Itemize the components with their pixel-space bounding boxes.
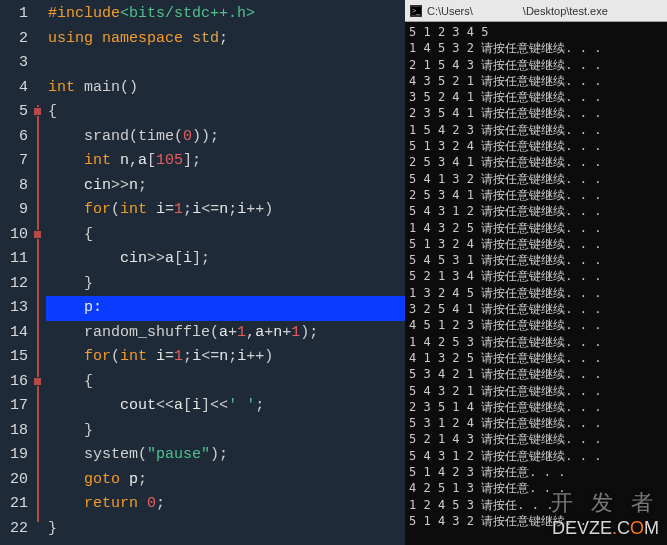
console-line: 2 1 5 4 3 请按任意键继续. . . bbox=[409, 57, 663, 73]
line-number: 17 bbox=[0, 394, 28, 419]
console-line: 5 2 1 4 3 请按任意键继续. . . bbox=[409, 431, 663, 447]
code-line[interactable]: { bbox=[46, 370, 405, 395]
console-line: 5 4 3 1 2 请按任意键继续. . . bbox=[409, 448, 663, 464]
console-line: 5 1 2 3 4 5 bbox=[409, 24, 663, 40]
console-line: 2 5 3 4 1 请按任意键继续. . . bbox=[409, 154, 663, 170]
code-line[interactable]: p: bbox=[46, 296, 405, 321]
fold-toggle[interactable] bbox=[33, 230, 42, 239]
console-line: 1 3 2 4 5 请按任意键继续. . . bbox=[409, 285, 663, 301]
line-number: 16 bbox=[0, 370, 28, 395]
console-title-suffix: \Desktop\test.exe bbox=[523, 5, 608, 17]
code-line[interactable]: cout<<a[i]<<' '; bbox=[46, 394, 405, 419]
line-number: 12 bbox=[0, 272, 28, 297]
line-number: 15 bbox=[0, 345, 28, 370]
line-number: 6 bbox=[0, 125, 28, 150]
console-line: 5 4 3 2 1 请按任意键继续. . . bbox=[409, 383, 663, 399]
code-text-area[interactable]: #include<bits/stdc++.h>using namespace s… bbox=[46, 0, 405, 545]
console-pane: >_ C:\Users\ \Desktop\test.exe 5 1 2 3 4… bbox=[405, 0, 667, 545]
console-output[interactable]: 5 1 2 3 4 51 4 5 3 2 请按任意键继续. . .2 1 5 4… bbox=[405, 22, 667, 531]
line-number: 3 bbox=[0, 51, 28, 76]
console-line: 5 1 3 2 4 请按任意键继续. . . bbox=[409, 138, 663, 154]
line-number: 19 bbox=[0, 443, 28, 468]
console-line: 4 5 1 2 3 请按任意键继续. . . bbox=[409, 317, 663, 333]
code-line[interactable]: int n,a[105]; bbox=[46, 149, 405, 174]
line-number: 14 bbox=[0, 321, 28, 346]
console-line: 1 5 4 2 3 请按任意键继续. . . bbox=[409, 122, 663, 138]
console-icon: >_ bbox=[409, 4, 423, 18]
code-editor-pane: 12345678910111213141516171819202122 #inc… bbox=[0, 0, 405, 545]
line-number: 5 bbox=[0, 100, 28, 125]
line-number: 8 bbox=[0, 174, 28, 199]
line-number: 22 bbox=[0, 517, 28, 542]
console-line: 5 4 3 1 2 请按任意键继续. . . bbox=[409, 203, 663, 219]
console-line: 5 2 1 3 4 请按任意键继续. . . bbox=[409, 268, 663, 284]
console-line: 5 1 4 3 2 请按任意键继续. . . bbox=[409, 513, 663, 529]
console-line: 2 3 5 1 4 请按任意键继续. . . bbox=[409, 399, 663, 415]
line-number: 7 bbox=[0, 149, 28, 174]
code-line[interactable]: for(int i=1;i<=n;i++) bbox=[46, 198, 405, 223]
line-number: 9 bbox=[0, 198, 28, 223]
code-line[interactable]: srand(time(0)); bbox=[46, 125, 405, 150]
console-line: 4 3 5 2 1 请按任意键继续. . . bbox=[409, 73, 663, 89]
code-line[interactable]: goto p; bbox=[46, 468, 405, 493]
code-line[interactable]: cin>>a[i]; bbox=[46, 247, 405, 272]
console-line: 4 1 3 2 5 请按任意键继续. . . bbox=[409, 350, 663, 366]
console-line: 5 3 4 2 1 请按任意键继续. . . bbox=[409, 366, 663, 382]
line-number: 1 bbox=[0, 2, 28, 27]
console-line: 1 4 2 5 3 请按任意键继续. . . bbox=[409, 334, 663, 350]
console-line: 1 4 5 3 2 请按任意键继续. . . bbox=[409, 40, 663, 56]
console-line: 5 1 4 2 3 请按任意. . . bbox=[409, 464, 663, 480]
line-number: 18 bbox=[0, 419, 28, 444]
console-titlebar[interactable]: >_ C:\Users\ \Desktop\test.exe bbox=[405, 0, 667, 22]
fold-toggle[interactable] bbox=[33, 107, 42, 116]
line-number: 4 bbox=[0, 76, 28, 101]
code-line[interactable]: return 0; bbox=[46, 492, 405, 517]
console-line: 3 2 5 4 1 请按任意键继续. . . bbox=[409, 301, 663, 317]
line-number: 13 bbox=[0, 296, 28, 321]
line-number: 11 bbox=[0, 247, 28, 272]
line-number: 10 bbox=[0, 223, 28, 248]
code-line[interactable]: system("pause"); bbox=[46, 443, 405, 468]
code-line[interactable]: } bbox=[46, 419, 405, 444]
line-number: 20 bbox=[0, 468, 28, 493]
fold-margin[interactable] bbox=[32, 0, 46, 545]
code-line[interactable] bbox=[46, 51, 405, 76]
console-line: 3 5 2 4 1 请按任意键继续. . . bbox=[409, 89, 663, 105]
console-line: 1 4 3 2 5 请按任意键继续. . . bbox=[409, 220, 663, 236]
console-line: 5 4 5 3 1 请按任意键继续. . . bbox=[409, 252, 663, 268]
console-line: 2 3 5 4 1 请按任意键继续. . . bbox=[409, 105, 663, 121]
code-line[interactable]: random_shuffle(a+1,a+n+1); bbox=[46, 321, 405, 346]
console-line: 1 2 4 5 3 请按任. . . bbox=[409, 497, 663, 513]
console-line: 2 5 3 4 1 请按任意键继续. . . bbox=[409, 187, 663, 203]
line-number-gutter: 12345678910111213141516171819202122 bbox=[0, 0, 32, 545]
console-line: 5 4 1 3 2 请按任意键继续. . . bbox=[409, 171, 663, 187]
console-line: 5 3 1 2 4 请按任意键继续. . . bbox=[409, 415, 663, 431]
code-line[interactable]: using namespace std; bbox=[46, 27, 405, 52]
code-line[interactable]: cin>>n; bbox=[46, 174, 405, 199]
code-line[interactable]: int main() bbox=[46, 76, 405, 101]
code-line[interactable]: { bbox=[46, 100, 405, 125]
code-line[interactable]: { bbox=[46, 223, 405, 248]
svg-text:>_: >_ bbox=[412, 7, 420, 15]
code-line[interactable]: for(int i=1;i<=n;i++) bbox=[46, 345, 405, 370]
console-line: 5 1 3 2 4 请按任意键继续. . . bbox=[409, 236, 663, 252]
code-line[interactable]: } bbox=[46, 517, 405, 542]
code-line[interactable]: #include<bits/stdc++.h> bbox=[46, 2, 405, 27]
console-title-prefix: C:\Users\ bbox=[427, 5, 473, 17]
console-line: 4 2 5 1 3 请按任意. . . bbox=[409, 480, 663, 496]
line-number: 21 bbox=[0, 492, 28, 517]
fold-toggle[interactable] bbox=[33, 377, 42, 386]
line-number: 2 bbox=[0, 27, 28, 52]
code-line[interactable]: } bbox=[46, 272, 405, 297]
